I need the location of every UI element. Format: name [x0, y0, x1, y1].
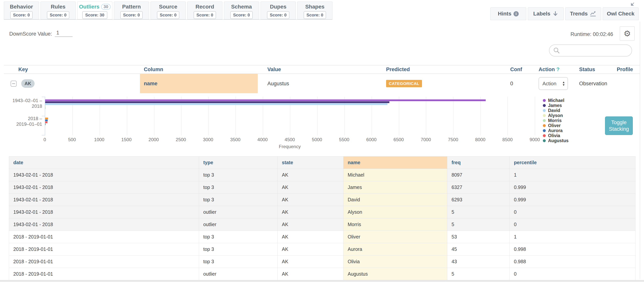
tab-score-badge: Score: 0	[10, 11, 33, 19]
x-axis-tick-label: 5500	[339, 137, 349, 142]
detail-cell-type: top 3	[199, 231, 278, 243]
legend-item-david[interactable]: David	[543, 108, 568, 113]
chart-plot-area	[45, 97, 535, 135]
tab-score-badge: Score: 30	[82, 11, 107, 19]
legend-dot-icon	[543, 129, 546, 132]
detail-row: 2018 - 2019-01-01top 3AKOlivia430.988	[9, 255, 636, 268]
owl-check-button[interactable]: Owl Check	[603, 7, 638, 20]
col-header-conf: Conf	[507, 67, 534, 73]
detail-cell-state: AK	[278, 218, 344, 231]
tab-pattern[interactable]: PatternScore: 0	[114, 2, 149, 19]
x-axis-tick-label: 5000	[312, 137, 322, 142]
predicted-cell: CATEGORICAL	[381, 80, 507, 87]
detail-header-row: datetypestatenamefreqpercentile	[9, 157, 636, 169]
tab-schema[interactable]: SchemaScore: 0	[224, 2, 259, 19]
gridline	[453, 97, 454, 135]
collapse-panel-icon[interactable]	[628, 2, 634, 9]
x-axis-tick-label: 3500	[230, 137, 240, 142]
detail-cell-state: AK	[278, 206, 344, 218]
dropdown-arrows-icon: ▲▼	[562, 81, 565, 86]
legend-item-james[interactable]: James	[543, 103, 568, 108]
downscore-label: DownScore Value:	[9, 31, 52, 37]
detail-cell-date: 1943-02-01 - 2018	[9, 194, 199, 206]
tab-label: Outliers30	[79, 4, 110, 10]
tab-label: Record	[196, 4, 214, 10]
collapse-row-icon[interactable]	[10, 81, 16, 87]
hints-button[interactable]: Hintsi	[490, 7, 526, 20]
bar-aurora-1	[45, 119, 48, 121]
detail-cell-percentile: 1	[510, 231, 636, 243]
x-axis-tick-label: 1500	[121, 137, 132, 142]
tab-dupes[interactable]: DupesScore: 0	[260, 2, 296, 19]
runtime-label: Runtime: 00:02:46	[570, 31, 613, 37]
legend-label: James	[548, 103, 562, 108]
detail-cell-state: AK	[278, 243, 344, 255]
detail-row: 2018 - 2019-01-01top 3AKAurora450.998	[9, 243, 636, 255]
x-axis-tick-label: 9000	[530, 137, 540, 142]
legend-dot-icon	[543, 124, 546, 127]
action-dropdown[interactable]: Action ▲▼	[538, 77, 568, 90]
legend-dot-icon	[543, 104, 546, 107]
detail-row: 1943-02-01 - 2018outlierAKMorris50	[9, 218, 636, 231]
detail-cell-name: Augustus	[344, 268, 447, 280]
x-axis-tick-label: 0	[44, 137, 46, 142]
tab-behavior[interactable]: BehaviorScore: 0	[4, 2, 39, 19]
tab-label: Pattern	[122, 4, 141, 10]
detail-cell-freq: 53	[447, 231, 510, 243]
top-button-group: HintsiLabelsTrendsOwl Check	[490, 7, 638, 20]
detail-cell-type: top 3	[199, 194, 278, 206]
legend-item-aurora[interactable]: Aurora	[543, 128, 568, 133]
tab-score-badge: Score: 0	[304, 11, 326, 19]
col-header-action: Action?	[534, 67, 575, 73]
detail-cell-name: James	[344, 181, 447, 194]
action-help-icon[interactable]: ?	[556, 67, 560, 72]
tab-record[interactable]: RecordScore: 0	[187, 2, 222, 19]
legend-label: Morris	[548, 118, 562, 123]
frequency-bar-chart: 0500100015002000250030003500400045005000…	[0, 91, 644, 155]
col-header-value: Value	[258, 67, 381, 73]
legend-item-olivia[interactable]: Olivia	[543, 133, 568, 138]
detail-col-header-date: date	[9, 157, 199, 169]
legend-item-morris[interactable]: Morris	[543, 118, 568, 123]
downscore-input[interactable]	[55, 30, 72, 37]
tab-outliers[interactable]: Outliers30Score: 30	[77, 2, 112, 19]
y-axis-tick	[42, 97, 45, 97]
detail-cell-state: AK	[278, 268, 344, 280]
legend-item-augustus[interactable]: Augustus	[543, 138, 568, 143]
legend-dot-icon	[543, 139, 546, 142]
detail-cell-type: outlier	[199, 206, 278, 218]
gridline	[426, 97, 426, 135]
labels-button[interactable]: Labels	[528, 7, 564, 20]
toggle-stacking-button[interactable]: Toggle Stacking	[605, 116, 633, 135]
detail-col-header-percentile: percentile	[510, 157, 636, 169]
legend-item-oliver[interactable]: Oliver	[543, 123, 568, 128]
bar-augustus-1	[45, 123, 46, 125]
detail-col-header-name: name	[344, 157, 447, 169]
x-axis-tick-label: 7000	[421, 137, 431, 142]
detail-table-body: 1943-02-01 - 2018top 3AKMichael809711943…	[9, 169, 636, 280]
x-axis-tick-label: 6000	[366, 137, 376, 142]
bar-olivia-1	[45, 121, 48, 123]
legend-item-alyson[interactable]: Alyson	[543, 113, 568, 118]
bar-david-0	[45, 103, 388, 105]
chart-x-axis-title: Frequency	[45, 144, 535, 149]
x-axis-tick-label: 8500	[502, 137, 512, 142]
tab-score-badge: Score: 0	[230, 11, 253, 19]
settings-button[interactable]: ⚙	[620, 26, 635, 41]
detail-cell-freq: 5	[447, 268, 510, 280]
tab-rules[interactable]: RulesScore: 0	[40, 2, 76, 19]
trends-button[interactable]: Trends	[565, 7, 601, 20]
search-input[interactable]	[562, 48, 628, 54]
detail-cell-percentile: 0.988	[510, 255, 636, 268]
detail-cell-name: Oliver	[344, 231, 447, 243]
detail-cell-percentile: 0	[510, 268, 636, 280]
legend-item-michael[interactable]: Michael	[543, 98, 568, 103]
legend-label: Aurora	[548, 128, 562, 133]
outlier-detail-table: datetypestatenamefreqpercentile 1943-02-…	[9, 156, 636, 280]
detail-col-header-type: type	[199, 157, 278, 169]
tab-shapes[interactable]: ShapesScore: 0	[297, 2, 332, 19]
x-axis-tick-label: 7500	[448, 137, 458, 142]
tab-source[interactable]: SourceScore: 0	[150, 2, 186, 19]
detail-row: 1943-02-01 - 2018outlierAKAlyson50	[9, 206, 636, 218]
detail-cell-name: Aurora	[344, 243, 447, 255]
